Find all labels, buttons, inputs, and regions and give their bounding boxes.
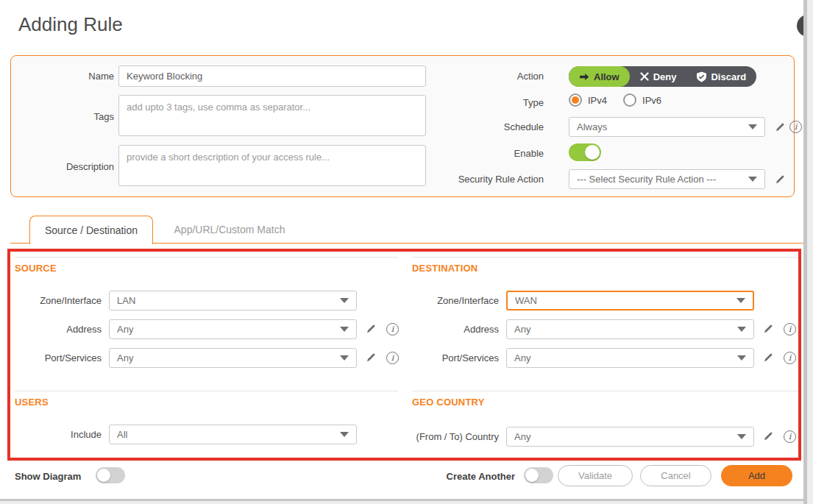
destination-address-select[interactable]: Any [506,319,754,339]
source-zone-value: LAN [117,295,334,306]
pencil-icon [365,352,377,363]
destination-zone-select[interactable]: WAN [506,291,754,310]
enable-label: Enable [442,148,544,159]
security-rule-action-select[interactable]: --- Select Security Rule Action --- [569,169,765,189]
pencil-icon [762,323,774,335]
source-zone-row: Zone/Interface LAN [15,290,357,310]
schedule-label: Schedule [442,121,544,132]
show-diagram-toggle[interactable] [96,467,125,483]
source-address-select[interactable]: Any [109,319,357,339]
source-zone-label: Zone/Interface [15,295,102,306]
chevron-down-icon [340,327,349,332]
source-zone-select[interactable]: LAN [109,291,357,310]
geo-divider [412,391,799,391]
chevron-down-icon [736,298,745,303]
source-port-info-icon[interactable]: i [386,352,399,364]
tags-input[interactable] [118,95,426,136]
action-deny-label: Deny [653,71,677,82]
name-input[interactable] [118,65,426,87]
tab-source-destination-label: Source / Destination [45,224,138,236]
tab-source-destination[interactable]: Source / Destination [29,216,153,244]
users-include-select[interactable]: All [109,425,357,444]
source-address-info-icon[interactable]: i [386,323,399,336]
window-edge-right-outer [807,0,813,504]
destination-port-label: Port/Services [412,352,499,363]
destination-port-info-icon[interactable]: i [784,352,796,364]
window-edge-bottom-outer [0,501,813,504]
create-another-toggle[interactable] [524,467,553,483]
action-discard-label: Discard [711,71,746,82]
geo-country-edit-icon[interactable] [761,430,775,443]
create-another-label: Create Another [441,471,515,482]
type-label: Type [442,97,544,108]
geo-section-title: GEO COUNTRY [412,397,485,408]
destination-zone-row: Zone/Interface WAN [412,290,754,310]
validate-button[interactable]: Validate [558,465,633,486]
tab-app-url-custom-match[interactable]: App/URL/Custom Match [163,216,296,244]
destination-divider [412,257,799,258]
description-label: Description [26,161,114,172]
source-section-title: SOURCE [15,263,57,274]
security-rule-action-label: Security Rule Action [413,174,544,185]
source-port-value: Any [117,352,334,363]
geo-country-label: (From / To) Country [412,431,499,442]
add-button[interactable]: Add [721,465,792,486]
source-address-value: Any [117,324,334,335]
schedule-select[interactable]: Always [569,117,765,137]
action-discard-button[interactable]: Discard [686,66,756,87]
destination-port-edit-icon[interactable] [761,351,775,364]
page-title: Adding Rule [18,13,123,36]
action-label: Action [442,71,544,82]
security-rule-action-edit-icon[interactable] [773,173,787,186]
type-radio-group: IPv4 IPv6 [569,93,672,107]
destination-zone-label: Zone/Interface [412,295,499,306]
users-divider [15,391,398,391]
destination-address-info-icon[interactable]: i [784,323,796,336]
action-deny-button[interactable]: Deny [630,66,687,87]
x-icon [640,72,649,81]
chevron-down-icon [748,177,757,182]
chevron-down-icon [737,355,746,361]
destination-address-edit-icon[interactable] [761,322,775,336]
source-port-edit-icon[interactable] [364,351,377,364]
pencil-icon [774,121,786,133]
source-address-edit-icon[interactable] [364,322,377,336]
arrow-right-icon [579,73,589,81]
geo-country-info-icon[interactable]: i [784,430,796,443]
adding-rule-dialog: Adding Rule Name Tags Description Action… [0,0,813,504]
action-allow-button[interactable]: Allow [569,66,630,87]
pencil-icon [365,323,377,335]
source-address-row: Address Any i [15,319,383,339]
geo-country-row: (From / To) Country Any i [412,426,780,447]
source-port-select[interactable]: Any [109,348,357,368]
ipv4-label: IPv4 [588,95,607,106]
ipv6-radio[interactable] [623,93,636,107]
users-include-value: All [117,429,334,440]
pencil-icon [762,352,774,363]
geo-country-select[interactable]: Any [506,427,754,447]
users-include-label: Include [15,429,102,440]
chevron-down-icon [737,434,746,439]
shield-icon [697,71,706,82]
tags-label: Tags [26,111,114,122]
schedule-info-icon[interactable]: i [789,121,802,133]
chevron-down-icon [340,355,349,361]
action-segmented-control: Allow Deny Discard [569,66,756,87]
schedule-edit-icon[interactable] [773,121,787,134]
show-diagram-label: Show Diagram [15,471,81,482]
destination-port-select[interactable]: Any [506,348,754,368]
source-port-row: Port/Services Any i [15,347,383,368]
cancel-button[interactable]: Cancel [640,465,711,486]
destination-address-value: Any [514,324,731,335]
ipv4-radio[interactable] [569,93,582,107]
chevron-down-icon [340,298,349,303]
general-settings-panel: Name Tags Description Action Allow Deny … [10,55,795,197]
destination-port-row: Port/Services Any i [412,347,780,368]
description-input[interactable] [118,145,426,186]
pencil-icon [774,174,786,185]
destination-address-label: Address [412,324,499,335]
destination-address-row: Address Any i [412,319,780,339]
enable-toggle[interactable] [569,143,601,161]
users-include-row: Include All [15,424,357,444]
destination-port-value: Any [514,352,731,363]
